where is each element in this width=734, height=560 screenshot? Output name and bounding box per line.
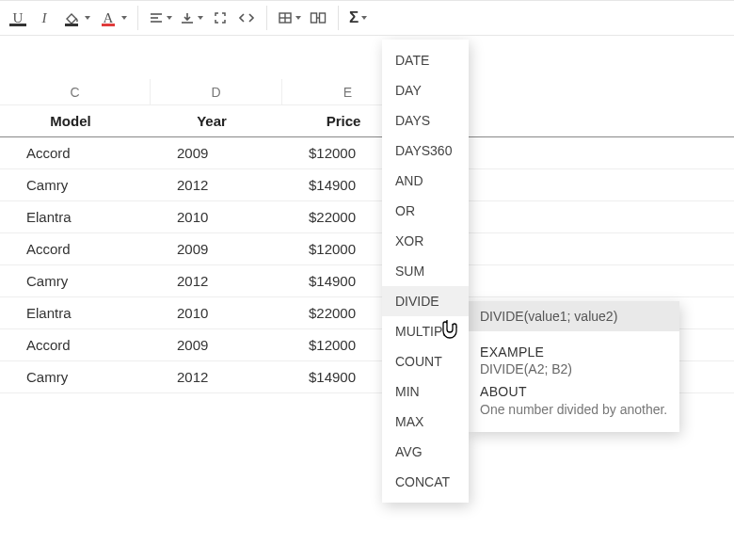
table-header-cell[interactable]: Year (151, 105, 282, 136)
toolbar-separator (137, 6, 138, 30)
functions-dropdown: DATEDAYDAYSDAYS360ANDORXORSUMDIVIDEMULTI… (382, 40, 469, 503)
tooltip-example-label: EXAMPLE (480, 344, 668, 360)
sigma-icon: Σ (349, 8, 359, 27)
table-row: Camry2012$14900 (0, 169, 734, 201)
function-item-divide[interactable]: DIVIDE (382, 286, 469, 316)
table-row: Camry2012$14900 (0, 265, 734, 297)
vertical-align-button[interactable] (177, 10, 206, 25)
cell-model[interactable]: Elantra (0, 297, 151, 328)
table-row: Accord2009$12000 (0, 233, 734, 265)
tooltip-example: DIVIDE(A2; B2) (480, 361, 668, 376)
function-item-days360[interactable]: DAYS360 (382, 136, 469, 166)
function-item-count[interactable]: COUNT (382, 346, 469, 376)
toolbar-separator (338, 6, 339, 30)
function-item-days[interactable]: DAYS (382, 105, 469, 136)
table-row: Accord2009$12000 (0, 137, 734, 169)
table-row: Elantra2010$22000 (0, 201, 734, 233)
insert-table-button[interactable] (275, 10, 304, 25)
function-item-day[interactable]: DAY (382, 75, 469, 105)
column-header[interactable]: C (0, 79, 151, 105)
cell-year[interactable]: 2012 (151, 361, 282, 392)
merge-cells-button[interactable] (306, 6, 330, 30)
chevron-down-icon (167, 16, 172, 20)
svg-rect-8 (320, 13, 326, 23)
code-button[interactable] (234, 6, 259, 30)
svg-rect-7 (311, 13, 317, 23)
italic-button[interactable]: I (32, 6, 56, 30)
chevron-down-icon (198, 16, 203, 20)
function-item-concat[interactable]: CONCAT (382, 467, 469, 497)
fullscreen-button[interactable] (208, 6, 232, 30)
spreadsheet: C D E Model Year Price Accord2009$12000C… (0, 36, 734, 560)
cell-model[interactable]: Camry (0, 361, 151, 392)
toolbar: U I A (0, 0, 734, 36)
cell-year[interactable]: 2009 (151, 233, 282, 264)
fill-color-button[interactable] (58, 6, 93, 30)
align-bottom-icon (180, 10, 195, 25)
table-icon (278, 10, 293, 25)
font-color-button[interactable]: A (95, 6, 130, 30)
tooltip-about-label: ABOUT (480, 384, 668, 399)
function-item-date[interactable]: DATE (382, 45, 469, 75)
cell-year[interactable]: 2009 (151, 137, 282, 168)
function-item-min[interactable]: MIN (382, 376, 469, 407)
function-item-and[interactable]: AND (382, 166, 469, 196)
function-item-avg[interactable]: AVG (382, 437, 469, 467)
function-item-sum[interactable]: SUM (382, 256, 469, 286)
cell-year[interactable]: 2012 (151, 265, 282, 296)
horizontal-align-button[interactable] (146, 10, 175, 25)
cell-model[interactable]: Camry (0, 169, 151, 200)
chevron-down-icon (361, 16, 367, 20)
code-icon (238, 10, 255, 25)
split-cell-icon (310, 10, 327, 25)
chevron-down-icon (121, 16, 127, 20)
align-left-icon (149, 10, 164, 25)
italic-icon: I (42, 10, 47, 26)
function-item-or[interactable]: OR (382, 196, 469, 226)
tooltip-signature: DIVIDE(value1; value2) (469, 301, 679, 331)
table-header-row: Model Year Price (0, 105, 734, 137)
cell-year[interactable]: 2010 (151, 201, 282, 232)
cell-year[interactable]: 2010 (151, 297, 282, 328)
function-item-max[interactable]: MAX (382, 407, 469, 437)
function-item-multiply[interactable]: MULTIPLY (382, 316, 469, 346)
function-item-xor[interactable]: XOR (382, 226, 469, 256)
cell-year[interactable]: 2012 (151, 169, 282, 200)
chevron-down-icon (295, 16, 301, 20)
table-header-cell[interactable]: Model (0, 105, 151, 136)
tooltip-about: One number divided by another. (480, 401, 668, 419)
cell-model[interactable]: Elantra (0, 201, 151, 232)
toolbar-separator (266, 6, 267, 30)
function-tooltip: DIVIDE(value1; value2) EXAMPLE DIVIDE(A2… (469, 301, 679, 432)
column-header[interactable]: D (151, 79, 282, 105)
column-headers-row: C D E (0, 79, 734, 105)
expand-icon (213, 10, 228, 25)
cell-model[interactable]: Accord (0, 137, 151, 168)
cell-model[interactable]: Camry (0, 265, 151, 296)
chevron-down-icon (85, 16, 90, 20)
cell-year[interactable]: 2009 (151, 329, 282, 360)
cell-model[interactable]: Accord (0, 329, 151, 360)
cell-model[interactable]: Accord (0, 233, 151, 264)
underline-button[interactable]: U (6, 6, 30, 30)
functions-button[interactable]: Σ (346, 8, 370, 27)
